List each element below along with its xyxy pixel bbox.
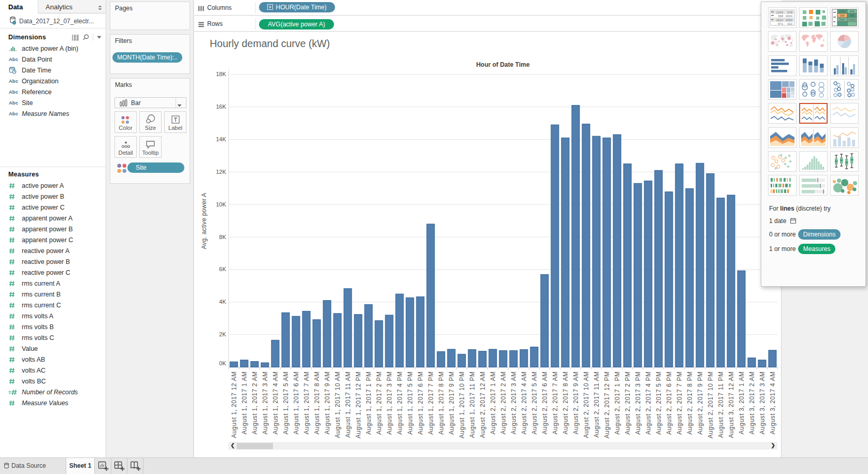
svg-text:August 1, 2017 12 PM: August 1, 2017 12 PM xyxy=(355,372,362,439)
svg-text:1234: 1234 xyxy=(776,11,784,14)
svg-text:August 1, 2017 1 AM: August 1, 2017 1 AM xyxy=(241,372,248,435)
svg-text:971: 971 xyxy=(778,22,784,25)
svg-text:August 1, 2017 7 AM: August 1, 2017 7 AM xyxy=(303,372,310,435)
svg-text:August 1, 2017 6 AM: August 1, 2017 6 AM xyxy=(293,372,300,435)
svg-text:August 1, 2017 11 AM: August 1, 2017 11 AM xyxy=(344,372,352,438)
svg-text:August 2, 2017 4 PM: August 2, 2017 4 PM xyxy=(645,372,652,435)
svg-text:August 1, 2017 4 PM: August 1, 2017 4 PM xyxy=(396,372,403,435)
svg-text:August 1, 2017 1 PM: August 1, 2017 1 PM xyxy=(365,372,372,435)
svg-text:August 2, 2017 7 PM: August 2, 2017 7 PM xyxy=(676,372,683,435)
svg-text:August 2, 2017 6 AM: August 2, 2017 6 AM xyxy=(541,372,548,435)
svg-text:August 1, 2017 2 AM: August 1, 2017 2 AM xyxy=(251,372,258,435)
svg-text:August 2, 2017 8 PM: August 2, 2017 8 PM xyxy=(686,372,693,435)
svg-text:August 2, 2017 2 AM: August 2, 2017 2 AM xyxy=(500,372,507,435)
svg-text:12K: 12K xyxy=(216,169,226,175)
svg-text:August 2, 2017 3 AM: August 2, 2017 3 AM xyxy=(510,372,517,435)
svg-text:August 1, 2017 7 PM: August 1, 2017 7 PM xyxy=(427,372,435,435)
svg-text:August 2, 2017 2 PM: August 2, 2017 2 PM xyxy=(624,372,631,435)
svg-text:53890: 53890 xyxy=(848,18,856,21)
svg-text:August 2, 2017 10 PM: August 2, 2017 10 PM xyxy=(707,372,714,439)
svg-text:August 1, 2017 8 AM: August 1, 2017 8 AM xyxy=(313,372,321,435)
svg-text:6K: 6K xyxy=(219,266,226,272)
svg-text:1234: 1234 xyxy=(839,10,845,13)
svg-text:18K: 18K xyxy=(216,71,226,77)
svg-text:August 2, 2017 10 AM: August 2, 2017 10 AM xyxy=(583,372,590,438)
svg-text:August 2, 2017 7 AM: August 2, 2017 7 AM xyxy=(552,372,559,435)
svg-text:August 2, 2017 5 PM: August 2, 2017 5 PM xyxy=(655,372,662,435)
svg-text:August 1, 2017 11 PM: August 1, 2017 11 PM xyxy=(469,372,476,438)
svg-text:August 2, 2017 6 PM: August 2, 2017 6 PM xyxy=(666,372,673,435)
svg-text:August 1, 2017 9 PM: August 1, 2017 9 PM xyxy=(448,372,455,435)
svg-text:August 2, 2017 3 PM: August 2, 2017 3 PM xyxy=(634,372,642,435)
svg-text:2556: 2556 xyxy=(786,19,793,22)
svg-text:2620: 2620 xyxy=(776,19,784,22)
svg-text:August 2, 2017 9 AM: August 2, 2017 9 AM xyxy=(572,372,580,435)
svg-text:August 2, 2017 4 AM: August 2, 2017 4 AM xyxy=(520,372,528,435)
svg-text:August 1, 2017 5 PM: August 1, 2017 5 PM xyxy=(407,372,414,435)
svg-text:368: 368 xyxy=(778,14,784,18)
svg-text:10K: 10K xyxy=(216,201,226,208)
svg-text:August 1, 2017 6 PM: August 1, 2017 6 PM xyxy=(417,372,424,435)
svg-text:16K: 16K xyxy=(216,103,226,110)
svg-text:368: 368 xyxy=(840,14,844,17)
svg-text:Avg. active power A: Avg. active power A xyxy=(200,193,208,249)
svg-text:14K: 14K xyxy=(216,136,226,142)
svg-text:8K: 8K xyxy=(219,234,226,240)
svg-text:August 2, 2017 12 AM: August 2, 2017 12 AM xyxy=(479,372,486,438)
svg-text:August 1, 2017 4 AM: August 1, 2017 4 AM xyxy=(272,372,279,435)
svg-text:380: 380 xyxy=(849,14,854,17)
svg-text:August 2, 2017 11 PM: August 2, 2017 11 PM xyxy=(717,372,725,438)
svg-text:4K: 4K xyxy=(219,299,226,305)
svg-text:August 1, 2017 9 AM: August 1, 2017 9 AM xyxy=(324,372,331,435)
svg-text:August 3, 2017 4 AM: August 3, 2017 4 AM xyxy=(769,372,776,435)
svg-text:August 2, 2017 9 PM: August 2, 2017 9 PM xyxy=(697,372,704,435)
svg-text:August 2, 2017 8 AM: August 2, 2017 8 AM xyxy=(562,372,569,435)
svg-text:August 3, 2017 12 AM: August 3, 2017 12 AM xyxy=(728,372,735,438)
svg-text:August 2, 2017 1 PM: August 2, 2017 1 PM xyxy=(614,372,621,435)
svg-text:2K: 2K xyxy=(219,331,226,337)
svg-text:678: 678 xyxy=(787,11,793,14)
svg-text:Hour of Date Time: Hour of Date Time xyxy=(476,61,529,68)
svg-text:August 1, 2017 8 PM: August 1, 2017 8 PM xyxy=(438,372,445,435)
svg-text:0K: 0K xyxy=(219,360,226,366)
svg-text:August 2, 2017 12 PM: August 2, 2017 12 PM xyxy=(603,372,611,439)
svg-text:August 1, 2017 5 AM: August 1, 2017 5 AM xyxy=(282,372,290,435)
svg-text:546: 546 xyxy=(849,10,854,13)
svg-text:August 1, 2017 10 AM: August 1, 2017 10 AM xyxy=(334,372,341,438)
svg-text:322: 322 xyxy=(787,22,793,25)
svg-text:3034: 3034 xyxy=(786,14,793,18)
svg-text:August 2, 2017 1 AM: August 2, 2017 1 AM xyxy=(489,372,497,435)
svg-text:August 3, 2017 2 AM: August 3, 2017 2 AM xyxy=(748,372,756,435)
svg-text:August 1, 2017 2 PM: August 1, 2017 2 PM xyxy=(375,372,383,435)
svg-text:August 1, 2017 10 PM: August 1, 2017 10 PM xyxy=(458,372,466,439)
svg-text:August 3, 2017 1 AM: August 3, 2017 1 AM xyxy=(738,372,745,435)
svg-text:2620: 2620 xyxy=(839,18,845,21)
svg-text:August 3, 2017 3 AM: August 3, 2017 3 AM xyxy=(759,372,766,435)
svg-text:August 1, 2017 12 AM: August 1, 2017 12 AM xyxy=(230,372,238,438)
svg-text:August 1, 2017 3 PM: August 1, 2017 3 PM xyxy=(386,372,393,435)
svg-text:August 2, 2017 5 AM: August 2, 2017 5 AM xyxy=(531,372,538,435)
svg-text:August 1, 2017 3 AM: August 1, 2017 3 AM xyxy=(262,372,269,435)
svg-text:August 2, 2017 11 AM: August 2, 2017 11 AM xyxy=(593,372,600,438)
